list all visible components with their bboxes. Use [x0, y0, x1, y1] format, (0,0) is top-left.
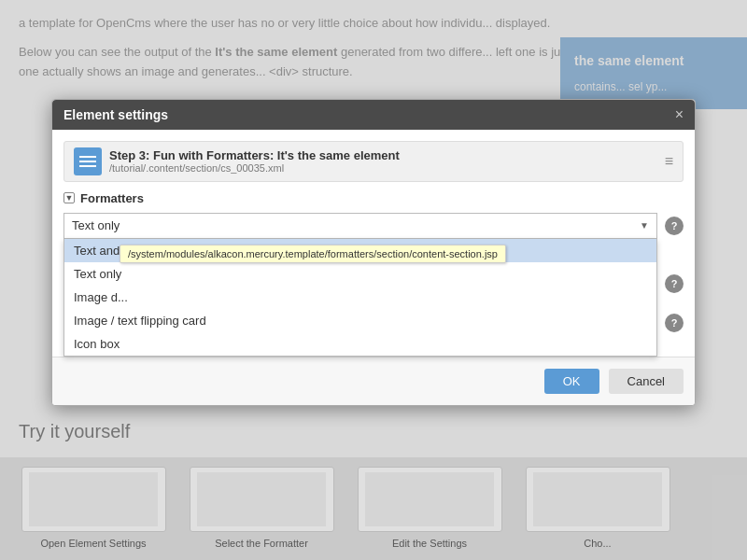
dialog-titlebar: Element settings ×: [52, 100, 695, 130]
show-link-help-icon[interactable]: ?: [665, 314, 684, 332]
step-menu-icon[interactable]: ≡: [665, 153, 673, 170]
cancel-button[interactable]: Cancel: [609, 369, 684, 394]
dropdown-item-4[interactable]: Icon box: [64, 332, 656, 356]
dialog-body: Step 3: Fun with Formatters: It's the sa…: [52, 130, 695, 357]
dropdown-arrow-icon: ▼: [640, 220, 649, 231]
dropdown-item-2[interactable]: Image d...: [64, 286, 656, 309]
text-display-help-icon[interactable]: ?: [665, 274, 684, 293]
step-header: Step 3: Fun with Formatters: It's the sa…: [63, 141, 684, 182]
formatter-path-tooltip: /system/modules/alkacon.mercury.template…: [120, 245, 506, 263]
formatter-dropdown-row: Text only ▼ ? Text and image Text only I…: [63, 213, 684, 239]
formatters-collapse-button[interactable]: ▼: [63, 192, 75, 203]
dialog-footer: OK Cancel: [52, 357, 695, 405]
dialog-container: Element settings × Step 3: Fun with Fo: [0, 0, 747, 560]
step-path: /tutorial/.content/section/cs_00035.xml: [109, 162, 400, 174]
dropdown-item-1[interactable]: Text only: [64, 262, 656, 286]
formatters-section-header: ▼ Formatters: [63, 191, 684, 205]
formatter-select[interactable]: Text only ▼: [63, 213, 657, 239]
step-icon: [74, 147, 102, 175]
formatter-help-icon[interactable]: ?: [665, 217, 684, 235]
dialog-title: Element settings: [63, 107, 168, 122]
element-settings-dialog: Element settings × Step 3: Fun with Fo: [51, 99, 696, 406]
formatters-label: Formatters: [80, 191, 144, 205]
step-title: Step 3: Fun with Formatters: It's the sa…: [109, 148, 400, 162]
dialog-close-button[interactable]: ×: [675, 107, 684, 122]
ok-button[interactable]: OK: [544, 369, 599, 394]
formatter-selected-value: Text only: [72, 218, 120, 232]
dropdown-item-3[interactable]: Image / text flipping card: [64, 309, 656, 332]
